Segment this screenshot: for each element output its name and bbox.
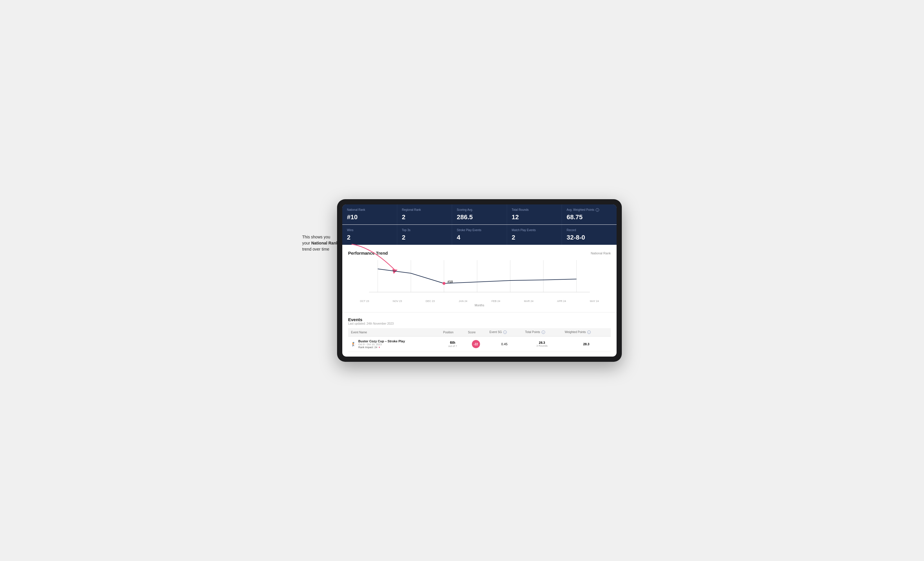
rank-impact-text: Rank Impact: 24 xyxy=(358,346,378,349)
event-weighted-points: 28.3 xyxy=(583,343,589,346)
event-sg: 0.45 xyxy=(501,343,507,346)
rank-impact: Rank Impact: 24 ▼ xyxy=(358,346,405,349)
stat-regional-rank-label: Regional Rank xyxy=(402,208,447,212)
stat-wins-label: Wins xyxy=(347,228,392,232)
scene: This shows you your National Rank trend … xyxy=(302,199,622,362)
chart-title: Performance Trend xyxy=(348,251,388,256)
tablet-screen: National Rank #10 Regional Rank 2 Scorin… xyxy=(342,204,616,357)
event-position-sub: out of 7 xyxy=(443,345,462,347)
chart-svg: #10 xyxy=(348,260,611,298)
stat-national-rank: National Rank #10 xyxy=(342,204,397,224)
chart-x-axis: OCT 23 NOV 23 DEC 23 JAN 24 FEB 24 MAR 2… xyxy=(348,298,611,304)
stat-match-play-value: 2 xyxy=(512,234,557,241)
stats-row-1: National Rank #10 Regional Rank 2 Scorin… xyxy=(342,204,616,224)
event-score-badge: -22 xyxy=(472,340,480,348)
stat-top3s: Top 3s 2 xyxy=(397,225,452,245)
stat-wins: Wins 2 xyxy=(342,225,397,245)
stat-record-value: 32-8-0 xyxy=(567,234,612,241)
stat-top3s-value: 2 xyxy=(402,234,447,241)
annotation-line1: This shows you xyxy=(302,235,330,239)
stat-top3s-label: Top 3s xyxy=(402,228,447,232)
x-label-feb24: FEB 24 xyxy=(479,300,512,302)
event-total-points-cell: 28.3 3 Rounds xyxy=(522,337,562,352)
stat-stroke-play-value: 4 xyxy=(457,234,502,241)
stat-total-rounds-value: 12 xyxy=(512,214,557,221)
chart-x-title: Months xyxy=(348,304,611,307)
golf-bag-icon: 🏌️ xyxy=(351,342,356,346)
events-header: Events Last updated: 24th November 2023 xyxy=(348,317,611,325)
event-position: 6th xyxy=(443,341,462,345)
stat-record-label: Record xyxy=(567,228,612,232)
col-weighted-points: Weighted Points i xyxy=(562,328,611,337)
event-sg-info-icon: i xyxy=(503,331,507,334)
stat-national-rank-label: National Rank xyxy=(347,208,392,212)
stat-match-play-label: Match Play Events xyxy=(512,228,557,232)
chart-subtitle: National Rank xyxy=(591,251,611,255)
stat-stroke-play: Stroke Play Events 4 xyxy=(452,225,507,245)
stat-total-rounds-label: Total Rounds xyxy=(512,208,557,212)
annotation-line3: trend over time xyxy=(302,247,329,251)
events-title: Events xyxy=(348,317,611,322)
event-total-points: 28.3 xyxy=(525,341,559,344)
col-position: Position xyxy=(440,328,465,337)
events-table: Event Name Position Score Event SG i Tot… xyxy=(348,328,611,352)
x-label-dec23: DEC 23 xyxy=(414,300,447,302)
event-sg-cell: 0.45 xyxy=(487,337,522,352)
annotation-line2: your xyxy=(302,241,311,245)
col-event-name: Event Name xyxy=(348,328,440,337)
avg-weighted-info-icon: i xyxy=(596,208,599,212)
table-row: 🏌️ Buster Cozy Cup – Stroke Play Oct 9 -… xyxy=(348,337,611,352)
event-score-cell: -22 xyxy=(465,337,487,352)
weighted-points-info-icon: i xyxy=(587,331,591,334)
stat-total-rounds: Total Rounds 12 xyxy=(507,204,562,224)
col-score: Score xyxy=(465,328,487,337)
annotation-bold: National Rank xyxy=(311,241,338,245)
svg-point-9 xyxy=(442,282,446,285)
stat-national-rank-value: #10 xyxy=(347,214,392,221)
event-name-cell: 🏌️ Buster Cozy Cup – Stroke Play Oct 9 -… xyxy=(348,337,440,352)
svg-text:#10: #10 xyxy=(447,280,453,283)
col-total-points: Total Points i xyxy=(522,328,562,337)
chart-header: Performance Trend National Rank xyxy=(348,251,611,256)
events-table-header-row: Event Name Position Score Event SG i Tot… xyxy=(348,328,611,337)
stat-match-play: Match Play Events 2 xyxy=(507,225,562,245)
chart-area: #10 xyxy=(348,260,611,298)
event-score: -22 xyxy=(474,343,478,346)
event-date: Oct 9 - Oct 10, 2023 xyxy=(358,343,405,346)
stat-record: Record 32-8-0 xyxy=(562,225,616,245)
total-points-info-icon: i xyxy=(542,331,545,334)
x-label-jan24: JAN 24 xyxy=(447,300,479,302)
x-label-mar24: MAR 24 xyxy=(512,300,545,302)
stat-wins-value: 2 xyxy=(347,234,392,241)
chart-section: Performance Trend National Rank xyxy=(342,245,616,313)
stat-avg-weighted-label: Avg. Weighted Points i xyxy=(567,208,612,212)
stat-avg-weighted-value: 68.75 xyxy=(567,214,612,221)
stat-avg-weighted: Avg. Weighted Points i 68.75 xyxy=(562,204,616,224)
x-label-nov23: NOV 23 xyxy=(381,300,414,302)
stat-regional-rank-value: 2 xyxy=(402,214,447,221)
event-total-rounds: 3 Rounds xyxy=(525,344,559,347)
event-weighted-points-cell: 28.3 xyxy=(562,337,611,352)
stat-stroke-play-label: Stroke Play Events xyxy=(457,228,502,232)
stat-regional-rank: Regional Rank 2 xyxy=(397,204,452,224)
stats-row-2: Wins 2 Top 3s 2 Stroke Play Events 4 Mat… xyxy=(342,225,616,245)
stat-scoring-avg-label: Scoring Avg. xyxy=(457,208,502,212)
event-name: Buster Cozy Cup – Stroke Play xyxy=(358,340,405,343)
event-position-cell: 6th out of 7 xyxy=(440,337,465,352)
col-event-sg: Event SG i xyxy=(487,328,522,337)
events-section: Events Last updated: 24th November 2023 … xyxy=(342,313,616,357)
annotation: This shows you your National Rank trend … xyxy=(302,234,349,252)
stat-scoring-avg: Scoring Avg. 286.5 xyxy=(452,204,507,224)
x-label-apr24: APR 24 xyxy=(545,300,578,302)
rank-arrow-down-icon: ▼ xyxy=(378,346,381,349)
x-label-oct23: OCT 23 xyxy=(348,300,381,302)
events-last-updated: Last updated: 24th November 2023 xyxy=(348,322,611,325)
stat-scoring-avg-value: 286.5 xyxy=(457,214,502,221)
x-label-may24: MAY 24 xyxy=(578,300,611,302)
tablet: National Rank #10 Regional Rank 2 Scorin… xyxy=(337,199,622,362)
